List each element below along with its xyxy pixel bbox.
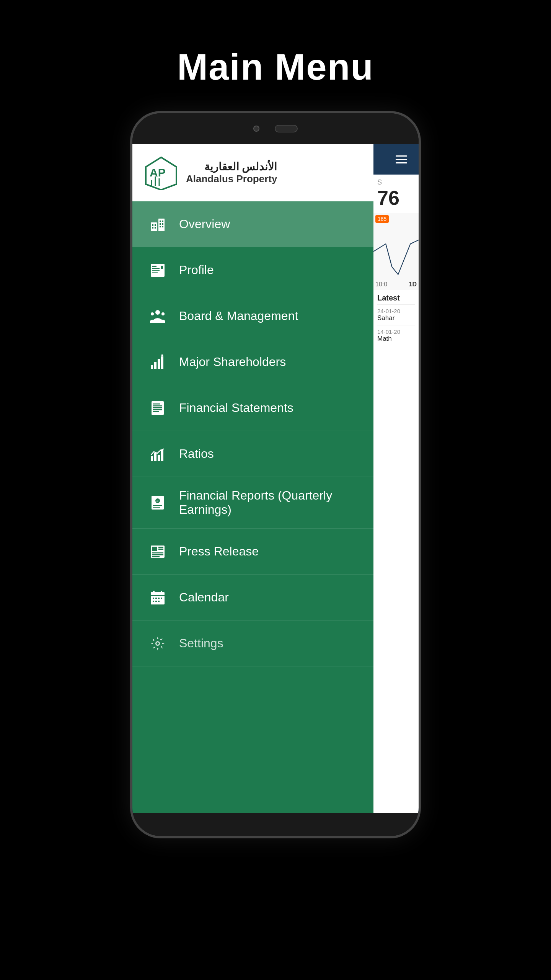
phone-frame: AP الأندلس العقارية Alandalus Property <box>130 111 421 838</box>
svg-rect-34 <box>153 407 162 408</box>
ratios-label: Ratios <box>179 447 214 461</box>
menu-item-settings[interactable]: Settings <box>132 621 373 666</box>
app-logo: AP <box>144 155 178 190</box>
svg-rect-46 <box>153 507 160 508</box>
svg-rect-9 <box>152 227 153 229</box>
svg-point-30 <box>161 354 163 356</box>
svg-rect-7 <box>152 224 153 226</box>
svg-rect-39 <box>158 455 160 461</box>
chart-time: 10:0 <box>375 281 387 288</box>
calendar-icon <box>148 588 168 608</box>
svg-rect-5 <box>151 222 157 231</box>
menu-item-financial-statements[interactable]: Financial Statements <box>132 385 373 431</box>
svg-rect-20 <box>152 270 160 271</box>
svg-rect-56 <box>153 591 155 594</box>
right-header <box>373 144 419 175</box>
svg-point-67 <box>156 642 159 645</box>
press-release-label: Press Release <box>179 544 259 559</box>
latest-text-2: Math <box>377 335 415 343</box>
svg-rect-51 <box>152 552 163 554</box>
shareholders-icon <box>148 352 168 372</box>
svg-rect-21 <box>152 272 158 273</box>
menu-item-profile[interactable]: Profile <box>132 247 373 293</box>
latest-date-1: 24-01-20 <box>377 308 415 314</box>
stock-value: 76 <box>377 186 415 209</box>
svg-rect-64 <box>155 601 157 602</box>
settings-icon <box>148 634 168 653</box>
camera-dot <box>253 126 259 132</box>
svg-rect-27 <box>154 362 156 369</box>
stock-area: S 76 <box>373 175 419 213</box>
menu-item-overview[interactable]: Overview <box>132 201 373 247</box>
svg-rect-50 <box>158 549 163 550</box>
settings-label: Settings <box>179 636 223 650</box>
svg-rect-36 <box>153 411 159 412</box>
svg-rect-14 <box>162 223 163 225</box>
power-button <box>420 209 421 255</box>
svg-rect-52 <box>152 554 163 555</box>
svg-rect-19 <box>152 268 160 269</box>
svg-rect-62 <box>161 598 162 599</box>
page-title: Main Menu <box>177 46 374 88</box>
logo-area: AP الأندلس العقارية Alandalus Property <box>132 144 373 201</box>
logo-english-text: Alandalus Property <box>186 173 277 185</box>
right-content-area: S 76 165 10:0 1D Latest 24-01-20 Sahar <box>373 144 419 813</box>
latest-section: Latest 24-01-20 Sahar 14-01-20 Math <box>373 290 419 350</box>
statements-icon <box>148 398 168 418</box>
svg-rect-11 <box>160 220 161 222</box>
menu-item-ratios[interactable]: Ratios <box>132 431 373 477</box>
svg-rect-37 <box>151 456 153 461</box>
svg-rect-53 <box>152 556 160 557</box>
speaker <box>275 125 298 132</box>
shareholders-label: Major Shareholders <box>179 355 286 369</box>
latest-text-1: Sahar <box>377 314 415 322</box>
svg-rect-28 <box>158 359 160 369</box>
svg-rect-16 <box>162 226 163 227</box>
svg-point-25 <box>161 312 165 315</box>
svg-rect-65 <box>158 601 160 602</box>
financial-reports-label: Financial Reports (Quarterly Earnings) <box>179 488 358 517</box>
svg-rect-45 <box>153 505 162 506</box>
financial-statements-label: Financial Statements <box>179 401 293 415</box>
svg-rect-40 <box>161 450 163 461</box>
svg-rect-12 <box>162 220 163 222</box>
svg-rect-18 <box>152 266 156 267</box>
svg-rect-6 <box>158 219 165 231</box>
building-icon <box>148 214 168 234</box>
logo-text: الأندلس العقارية Alandalus Property <box>186 160 277 185</box>
menu-item-press-release[interactable]: Press Release <box>132 529 373 575</box>
svg-rect-59 <box>153 598 154 599</box>
nav-drawer: AP الأندلس العقارية Alandalus Property <box>132 144 373 813</box>
chart-period: 1D <box>409 281 417 288</box>
overview-label: Overview <box>179 217 230 231</box>
svg-rect-13 <box>160 223 161 225</box>
svg-rect-48 <box>152 547 157 551</box>
board-icon <box>148 306 168 326</box>
ad-badge: 165 <box>375 215 389 223</box>
menu-item-board[interactable]: Board & Management <box>132 293 373 339</box>
latest-title: Latest <box>377 294 415 305</box>
svg-rect-58 <box>151 595 165 596</box>
svg-rect-38 <box>154 453 156 461</box>
logo-arabic-text: الأندلس العقارية <box>186 160 277 173</box>
phone-top-bar <box>132 113 419 144</box>
svg-rect-26 <box>151 365 153 369</box>
svg-rect-8 <box>155 224 156 226</box>
svg-point-24 <box>151 312 154 315</box>
latest-date-2: 14-01-20 <box>377 328 415 335</box>
svg-rect-63 <box>153 601 154 602</box>
svg-rect-57 <box>161 591 162 594</box>
reports-icon: € <box>148 493 168 513</box>
menu-item-financial-reports[interactable]: € Financial Reports (Quarterly Earnings) <box>132 477 373 529</box>
ratios-icon <box>148 444 168 464</box>
menu-item-shareholders[interactable]: Major Shareholders <box>132 339 373 385</box>
phone-bottom-bar <box>132 813 419 836</box>
hamburger-line-3 <box>396 162 407 163</box>
svg-rect-22 <box>161 266 163 269</box>
menu-item-calendar[interactable]: Calendar <box>132 575 373 621</box>
hamburger-line-2 <box>396 159 407 160</box>
press-icon <box>148 542 168 562</box>
svg-rect-33 <box>153 405 162 407</box>
hamburger-button[interactable] <box>392 152 411 167</box>
hamburger-line-1 <box>396 155 407 157</box>
